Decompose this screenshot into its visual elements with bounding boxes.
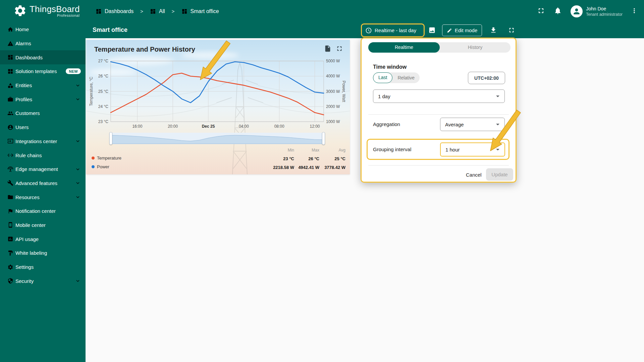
time-range-slider[interactable] [111, 133, 324, 144]
stat-value: 25 °C [314, 156, 345, 161]
breadcrumb-item-smart-office[interactable]: Smart office [181, 8, 219, 14]
tab-realtime[interactable]: Realtime [368, 42, 440, 53]
fullscreen-button[interactable] [537, 7, 545, 16]
breadcrumb-separator: > [172, 8, 175, 14]
widget-fullscreen-button[interactable] [336, 45, 343, 54]
sidebar-item-solution-templates[interactable]: Solution templatesNEW [0, 64, 86, 78]
sidebar-item-label: Profiles [15, 97, 32, 102]
sidebar-item-label: Security [15, 278, 34, 284]
mode-last[interactable]: Last [373, 72, 392, 83]
more-vert-icon [631, 7, 638, 14]
sidebar-item-home[interactable]: Home [0, 22, 86, 37]
widget-title: Temperature and Power History [94, 46, 195, 53]
window-value-select[interactable]: 1 day [373, 89, 505, 103]
download-icon [490, 26, 497, 34]
slider-right-handle[interactable] [322, 132, 325, 145]
sidebar-item-dashboards[interactable]: Dashboards [0, 50, 86, 64]
sidebar-item-rule-chains[interactable]: Rule chains [0, 148, 86, 162]
aggregation-select[interactable]: Average [440, 118, 505, 131]
legend-label: Power [97, 164, 109, 169]
sidebar-item-security[interactable]: Security [0, 274, 86, 288]
sidebar-item-resources[interactable]: Resources [0, 190, 86, 204]
sidebar-item-notification-center[interactable]: Notification center [0, 204, 86, 218]
sidebar-item-settings[interactable]: Settings [0, 260, 86, 274]
cancel-button[interactable]: Cancel [463, 170, 484, 180]
breadcrumb-item-all[interactable]: All [150, 8, 165, 14]
export-widget-button[interactable] [324, 45, 331, 54]
input-icon [7, 138, 13, 144]
svg-text:Power, Watt: Power, Watt [341, 80, 346, 102]
brand-name: ThingsBoard [30, 4, 80, 14]
slider-left-handle[interactable] [109, 132, 112, 145]
breadcrumb-label: Dashboards [105, 8, 133, 14]
toolbar-fullscreen-button[interactable] [508, 26, 515, 35]
sidebar-item-label: Solution templates [15, 68, 57, 74]
logo-gear-icon [13, 4, 27, 17]
timewindow-label: Realtime - last day [375, 27, 416, 33]
update-button[interactable]: Update [486, 168, 513, 181]
timewindow-tabs: Realtime History [368, 42, 511, 53]
thingsboard-logo[interactable]: ThingsBoard Professional [13, 4, 80, 17]
tab-history[interactable]: History [440, 42, 511, 53]
download-button[interactable] [490, 26, 497, 35]
grid-icon [7, 68, 13, 74]
dashboard-icon [181, 8, 187, 14]
chevron-down-icon [494, 120, 502, 128]
sidebar-item-label: Alarms [15, 41, 31, 46]
sidebar-item-mobile-center[interactable]: Mobile center [0, 218, 86, 232]
mode-relative[interactable]: Relative [392, 72, 420, 83]
stat-value: 3778.42 W [314, 165, 345, 170]
sidebar-item-integrations-center[interactable]: Integrations center [0, 134, 86, 148]
svg-text:25 °C: 25 °C [98, 89, 108, 94]
avatar[interactable] [571, 5, 583, 17]
sidebar-item-label: Home [15, 26, 29, 32]
dashboard-icon [96, 8, 102, 14]
phone-icon [7, 222, 13, 228]
folder-icon [7, 194, 13, 200]
legend-dot [92, 165, 95, 168]
chevron-down-icon [75, 278, 81, 284]
sidebar-item-customers[interactable]: Customers [0, 106, 86, 120]
breadcrumb-item-dashboards[interactable]: Dashboards [96, 8, 133, 14]
warning-icon [7, 41, 13, 47]
legend-item-power[interactable]: Power [92, 164, 109, 169]
dashboard-image-button[interactable] [428, 26, 436, 35]
clock-icon [365, 27, 372, 34]
sidebar-item-profiles[interactable]: Profiles [0, 92, 86, 106]
user-menu-button[interactable] [631, 7, 638, 16]
brand-subtitle: Professional [30, 13, 80, 17]
timewindow-popup: Realtime History Time window Last Relati… [361, 38, 517, 183]
svg-text:08:00: 08:00 [274, 124, 284, 129]
timewindow-button[interactable]: Realtime - last day [361, 23, 425, 37]
legend-item-temperature[interactable]: Temperature [92, 156, 121, 161]
sidebar-item-edge-management[interactable]: Edge management [0, 162, 86, 176]
svg-text:4000 W: 4000 W [326, 74, 340, 78]
fullscreen-icon [336, 45, 343, 52]
chevron-down-icon [75, 96, 81, 102]
sidebar-item-users[interactable]: Users [0, 120, 86, 134]
edit-mode-button[interactable]: Edit mode [442, 24, 482, 36]
sidebar-item-entities[interactable]: Entities [0, 78, 86, 93]
sidebar-item-api-usage[interactable]: API usage [0, 232, 86, 246]
sidebar-item-advanced-features[interactable]: Advanced features [0, 176, 86, 190]
aggregation-value: Average [445, 122, 464, 127]
sidebar-item-alarms[interactable]: Alarms [0, 37, 86, 51]
legend-label: Temperature [97, 156, 121, 161]
export-file-icon [324, 45, 331, 52]
svg-text:24 °C: 24 °C [98, 104, 108, 109]
person-icon [572, 7, 581, 16]
paint-icon [7, 250, 13, 256]
chevron-down-icon [494, 92, 502, 100]
sidebar-item-white-labeling[interactable]: White labeling [0, 246, 86, 260]
timezone-button[interactable]: UTC+02:00 [468, 72, 505, 84]
timewindow-mode-toggle: Last Relative [373, 72, 420, 83]
notifications-button[interactable] [554, 7, 562, 16]
flag-icon [7, 208, 13, 214]
chevron-down-icon [75, 194, 81, 200]
svg-text:5000 W: 5000 W [326, 59, 340, 63]
category-icon [7, 82, 13, 88]
user-info[interactable]: John Doe Tenant administrator [586, 6, 623, 17]
svg-text:2000 W: 2000 W [326, 104, 340, 109]
grouping-interval-select[interactable]: 1 hour [440, 142, 505, 157]
window-value: 1 day [378, 94, 390, 99]
